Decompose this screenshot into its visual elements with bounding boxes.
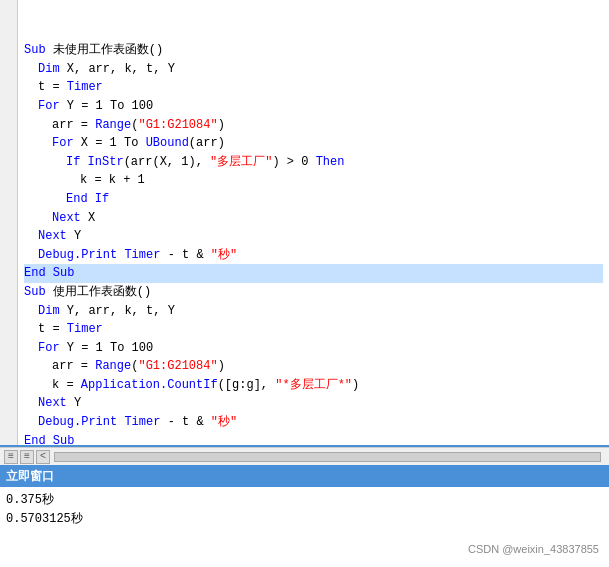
code-line: Next Y — [24, 394, 603, 413]
code-line: If InStr(arr(X, 1), "多层工厂") > 0 Then — [24, 153, 603, 172]
code-line: k = k + 1 — [24, 171, 603, 190]
main-container: Sub 未使用工作表函数()Dim X, arr, k, t, Yt = Tim… — [0, 0, 609, 567]
code-line: Sub 未使用工作表函数() — [24, 41, 603, 60]
code-line: End Sub — [24, 432, 603, 445]
code-line: t = Timer — [24, 320, 603, 339]
scrollbar-icon-1[interactable]: ≡ — [4, 450, 18, 464]
scrollbar-icon-3[interactable]: < — [36, 450, 50, 464]
code-line: Dim Y, arr, k, t, Y — [24, 302, 603, 321]
code-line: Sub 使用工作表函数() — [24, 283, 603, 302]
code-line: Dim X, arr, k, t, Y — [24, 60, 603, 79]
immediate-window-header: 立即窗口 — [0, 465, 609, 487]
code-line: For Y = 1 To 100 — [24, 339, 603, 358]
scrollbar-icon-2[interactable]: ≡ — [20, 450, 34, 464]
immediate-window-title: 立即窗口 — [6, 468, 54, 485]
scrollbar-icons: ≡ ≡ < — [4, 450, 50, 464]
scrollbar-track[interactable] — [54, 452, 601, 462]
code-line: For X = 1 To UBound(arr) — [24, 134, 603, 153]
code-line: Debug.Print Timer - t & "秒" — [24, 413, 603, 432]
code-line: Next Y — [24, 227, 603, 246]
immediate-line: 0.5703125秒 — [6, 510, 603, 529]
immediate-line: 0.375秒 — [6, 491, 603, 510]
code-line: arr = Range("G1:G21084") — [24, 116, 603, 135]
immediate-window-content[interactable]: 0.375秒0.5703125秒CSDN @weixin_43837855 — [0, 487, 609, 567]
code-editor[interactable]: Sub 未使用工作表函数()Dim X, arr, k, t, Yt = Tim… — [0, 0, 609, 447]
code-content[interactable]: Sub 未使用工作表函数()Dim X, arr, k, t, Yt = Tim… — [18, 0, 609, 445]
code-line: End Sub — [24, 264, 603, 283]
watermark: CSDN @weixin_43837855 — [468, 541, 599, 559]
code-line: Debug.Print Timer - t & "秒" — [24, 246, 603, 265]
code-line: End If — [24, 190, 603, 209]
code-line: For Y = 1 To 100 — [24, 97, 603, 116]
code-line: arr = Range("G1:G21084") — [24, 357, 603, 376]
code-line: t = Timer — [24, 78, 603, 97]
line-numbers — [0, 0, 18, 445]
code-line: k = Application.CountIf([g:g], "*多层工厂*") — [24, 376, 603, 395]
code-line: Next X — [24, 209, 603, 228]
scrollbar-area: ≡ ≡ < — [0, 447, 609, 465]
